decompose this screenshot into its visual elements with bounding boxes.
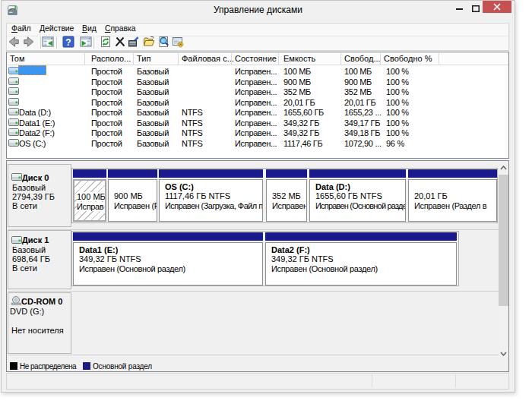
svg-text:?: ? [65, 37, 71, 48]
